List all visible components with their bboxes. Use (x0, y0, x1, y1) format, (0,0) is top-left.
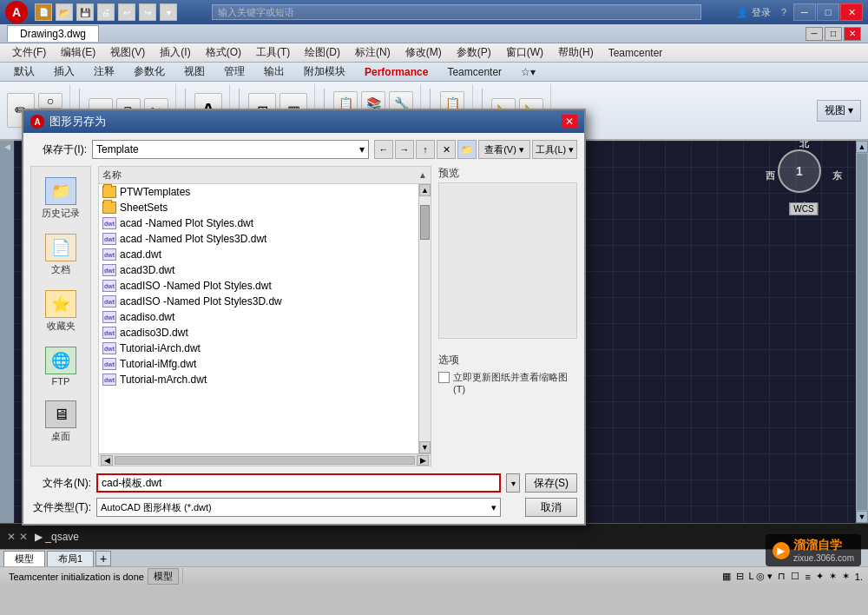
forward-button[interactable]: → (395, 140, 414, 159)
circle-icon[interactable]: ○ (38, 93, 62, 109)
tab-addons[interactable]: 附加模块 (295, 63, 354, 81)
tab-output[interactable]: 输出 (255, 63, 293, 81)
list-item[interactable]: dwt acadiso3D.dwt (99, 325, 418, 341)
tab-star[interactable]: ☆▾ (512, 64, 544, 80)
filename-dropdown-arrow[interactable]: ▾ (506, 473, 520, 493)
undo-icon[interactable]: ↩ (118, 3, 135, 21)
filename-input[interactable]: cad-模板.dwt (96, 473, 501, 493)
nav-desktop[interactable]: 🖥 桌面 (35, 397, 87, 446)
view-dropdown-button[interactable]: 视图 ▾ (817, 100, 861, 122)
menu-format[interactable]: 格式(O) (199, 43, 248, 62)
more-icon[interactable]: ▾ (160, 3, 177, 21)
file-list-scrollbar[interactable]: ▲ ▼ (418, 184, 431, 453)
cancel-button[interactable]: 取消 (525, 498, 577, 517)
scroll-up-button[interactable]: ▲ (856, 141, 868, 153)
tab-default[interactable]: 默认 (5, 63, 43, 81)
menu-edit[interactable]: 编辑(E) (54, 43, 102, 62)
menu-view[interactable]: 视图(V) (103, 43, 152, 62)
osnap-button[interactable]: ≡ (805, 572, 810, 582)
scroll-down-arrow[interactable]: ▼ (419, 441, 431, 453)
menu-insert[interactable]: 插入(I) (153, 43, 197, 62)
nav-ftp[interactable]: 🌐 FTP (35, 343, 87, 390)
menu-window[interactable]: 窗口(W) (499, 43, 550, 62)
scroll-right-arrow[interactable]: ▶ (417, 455, 429, 466)
tab-insert[interactable]: 插入 (45, 63, 83, 81)
tab-performance[interactable]: Performance (356, 64, 437, 80)
menu-modify[interactable]: 修改(M) (398, 43, 449, 62)
horizontal-scrollbar[interactable]: ◀ ▶ (99, 453, 431, 466)
scroll-down-button[interactable]: ▼ (856, 511, 868, 523)
view-menu-button[interactable]: 查看(V) ▾ (478, 140, 530, 159)
snap-button[interactable]: ⊟ (736, 571, 744, 582)
menu-params[interactable]: 参数(P) (450, 43, 498, 62)
location-dropdown[interactable]: Template ▾ (92, 140, 369, 159)
coord-button[interactable]: L ◎ ▾ (749, 571, 773, 582)
new-file-icon[interactable]: 📄 (35, 3, 52, 21)
cmd-icon-x1[interactable]: ✕ (7, 531, 16, 543)
close-button[interactable]: ✕ (840, 3, 863, 21)
linewidth-button[interactable]: ✶ (842, 571, 850, 582)
delete-button[interactable]: ✕ (437, 140, 456, 159)
tab-teamcenter-ribbon[interactable]: Teamcenter (438, 64, 510, 80)
nav-documents[interactable]: 📄 文档 (35, 230, 87, 280)
list-item[interactable]: dwt acad.dwt (99, 247, 418, 262)
layout1-tab[interactable]: 布局1 (47, 551, 94, 566)
up-button[interactable]: ↑ (416, 140, 435, 159)
list-item[interactable]: dwt Tutorial-iArch.dwt (99, 341, 418, 356)
tab-view[interactable]: 视图 (175, 63, 214, 81)
ortho-button[interactable]: ⊓ (778, 571, 786, 582)
model-status-btn[interactable]: 模型 (148, 568, 179, 585)
collapse-handle-left[interactable]: ◀ (3, 142, 11, 151)
add-tab-button[interactable]: + (95, 551, 111, 566)
drawing-tab[interactable]: Drawing3.dwg (7, 25, 99, 42)
model-tab[interactable]: 模型 (3, 551, 45, 566)
vertical-scrollbar[interactable]: ▲ ▼ (856, 141, 868, 523)
redo-icon[interactable]: ↪ (139, 3, 156, 21)
nav-favorites[interactable]: ⭐ 收藏夹 (35, 287, 87, 336)
back-button[interactable]: ← (374, 140, 393, 159)
cmd-icon-x2[interactable]: ✕ (19, 531, 28, 543)
drawing-restore[interactable]: □ (825, 27, 842, 41)
list-item[interactable]: dwt acad3D.dwt (99, 262, 418, 278)
list-item[interactable]: dwt acadISO -Named Plot Styles3D.dw (99, 294, 418, 309)
menu-file[interactable]: 文件(F) (5, 43, 53, 62)
save-icon[interactable]: 💾 (76, 3, 94, 21)
list-item[interactable]: dwt Tutorial-iMfg.dwt (99, 356, 418, 372)
list-item[interactable]: SheetSets (99, 200, 418, 215)
drawing-close[interactable]: ✕ (844, 27, 861, 41)
scroll-up-arrow[interactable]: ▲ (419, 184, 431, 196)
command-prompt[interactable]: ▶ _qsave (35, 531, 861, 543)
dynamic-button[interactable]: ✶ (829, 571, 837, 582)
new-folder-button[interactable]: 📁 (457, 140, 477, 159)
list-item[interactable]: PTWTemplates (99, 184, 418, 200)
print-icon[interactable]: 🖨 (97, 3, 115, 21)
menu-help[interactable]: 帮助(H) (551, 43, 601, 62)
minimize-button[interactable]: ─ (793, 3, 816, 21)
list-item[interactable]: dwt Tutorial-mArch.dwt (99, 372, 418, 387)
tab-manage[interactable]: 管理 (215, 63, 253, 81)
nav-history[interactable]: 📁 历史记录 (35, 174, 87, 223)
scroll-left-arrow[interactable]: ◀ (101, 455, 113, 466)
help-icon[interactable]: ? (781, 7, 786, 17)
grid-button[interactable]: ▦ (722, 571, 731, 582)
menu-draw[interactable]: 绘图(D) (298, 43, 347, 62)
restore-button[interactable]: □ (817, 3, 839, 21)
drawing-minimize[interactable]: ─ (806, 27, 823, 41)
dialog-close-button[interactable]: ✕ (562, 115, 577, 129)
update-thumbnail-checkbox[interactable] (438, 372, 450, 383)
search-box[interactable]: 输入关键字或短语 (212, 4, 701, 20)
scale-button[interactable]: 1. (855, 572, 863, 582)
list-item[interactable]: dwt acad -Named Plot Styles3D.dwt (99, 231, 418, 247)
menu-dimension[interactable]: 标注(N) (348, 43, 398, 62)
list-item[interactable]: dwt acadISO -Named Plot Styles.dwt (99, 278, 418, 294)
filetype-dropdown[interactable]: AutoCAD 图形样板 (*.dwt) ▾ (96, 498, 501, 517)
tab-annotate[interactable]: 注释 (85, 63, 123, 81)
tools-menu-button[interactable]: 工具(L) ▾ (532, 140, 577, 159)
menu-tools[interactable]: 工具(T) (249, 43, 297, 62)
polar-button[interactable]: ☐ (791, 571, 799, 582)
save-button[interactable]: 保存(S) (525, 473, 577, 493)
open-icon[interactable]: 📂 (56, 3, 73, 21)
menu-teamcenter[interactable]: Teamcenter (602, 45, 670, 61)
login-label[interactable]: 登录 (752, 6, 771, 19)
list-item[interactable]: dwt acadiso.dwt (99, 309, 418, 325)
